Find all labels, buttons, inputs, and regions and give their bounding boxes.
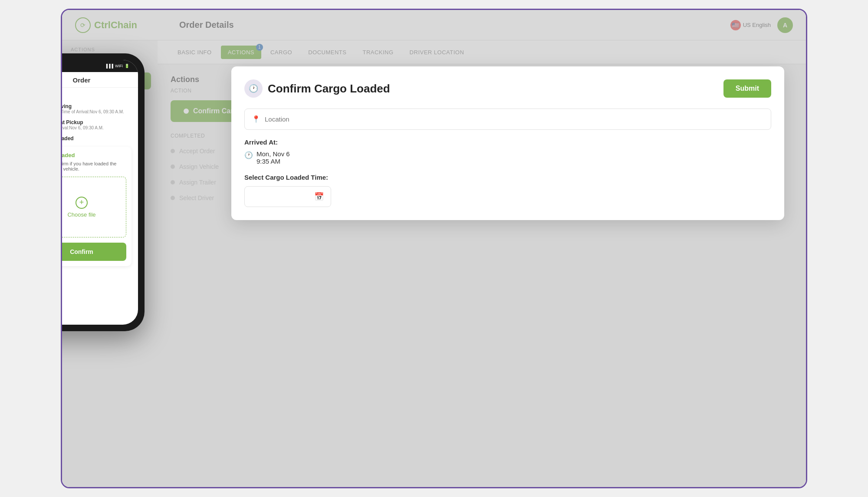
- phone-screen: 9:41 ▐▐▐ WiFi 🔋 ← Order Pick Up: [61, 60, 138, 325]
- arrived-date: Mon, Nov 6: [256, 150, 290, 158]
- timeline-detail-start: Estimated Time of Arrival: Nov 6, 09:30 …: [61, 109, 124, 114]
- timeline-content-start: Start Driving Estimated Time of Arrival:…: [61, 103, 124, 114]
- timeline-content-cargo: Cargo loaded: [61, 135, 74, 142]
- choose-file-label: Choose file: [67, 211, 95, 218]
- modal-clock-icon: 🕐: [244, 79, 263, 98]
- wifi-icon: WiFi: [115, 64, 123, 68]
- timeline-detail-label-start: Estimated Time of Arrival:: [61, 109, 89, 114]
- arrived-clock-icon: 🕐: [244, 151, 253, 159]
- location-input[interactable]: [265, 115, 764, 123]
- arrived-at-label: Arrived At:: [244, 138, 771, 146]
- location-input-wrapper[interactable]: 📍: [244, 109, 771, 130]
- plus-icon: +: [76, 197, 88, 209]
- signal-icon: ▐▐▐: [105, 64, 113, 68]
- arrived-time-text: Mon, Nov 6 9:35 AM: [256, 150, 290, 165]
- modal-box: 🕐 Confirm Cargo Loaded Submit 📍 Arrived …: [231, 66, 784, 220]
- battery-icon: 🔋: [125, 64, 129, 68]
- modal-overlay: 🕐 Confirm Cargo Loaded Submit 📍 Arrived …: [62, 10, 806, 487]
- phone-content: Pick Up Start Driving Estimated Time of …: [61, 88, 138, 311]
- modal-header: 🕐 Confirm Cargo Loaded Submit: [244, 79, 771, 98]
- submit-button[interactable]: Submit: [723, 79, 771, 98]
- timeline-detail-arrived: Time of Arrival: Nov 6, 09:30 A.M.: [61, 125, 104, 130]
- file-upload-area[interactable]: + Choose file: [61, 177, 126, 237]
- phone-screen-title: Order: [73, 76, 91, 84]
- timeline-content-arrived: Arrived at Pickup Time of Arrival: Nov 6…: [61, 119, 104, 130]
- phone-status-icons: ▐▐▐ WiFi 🔋: [105, 64, 129, 68]
- timeline-title-start: Start Driving: [61, 103, 124, 109]
- outer-container: ⟳ CtrlChain Order Details 🇺🇸 US English …: [61, 9, 807, 488]
- phone-mockup: 9:41 ▐▐▐ WiFi 🔋 ← Order Pick Up: [61, 53, 145, 331]
- phone-pickup-label: Pick Up: [61, 93, 132, 99]
- calendar-icon[interactable]: 📅: [314, 192, 324, 201]
- cargo-section-title: Cargo Loaded: [61, 152, 126, 158]
- phone-timeline-arrived-pickup: Arrived at Pickup Time of Arrival: Nov 6…: [61, 119, 132, 130]
- phone-confirm-button[interactable]: Confirm: [61, 243, 126, 261]
- timeline-title-cargo: Cargo loaded: [61, 135, 74, 142]
- modal-title-area: 🕐 Confirm Cargo Loaded: [244, 79, 390, 98]
- cargo-description: Please confirm if you have loaded the ca…: [61, 161, 126, 171]
- cargo-time-input-wrapper[interactable]: 📅: [244, 186, 331, 207]
- timeline-detail-value-arrived: Nov 6, 09:30 A.M.: [69, 125, 104, 130]
- phone-app-header: ← Order: [61, 72, 138, 88]
- timeline-title-arrived: Arrived at Pickup: [61, 119, 104, 125]
- phone-timeline-cargo-loaded: Cargo loaded: [61, 135, 132, 142]
- timeline-detail-label-arrived: Time of Arrival:: [61, 125, 69, 130]
- timeline-detail-value-start: Nov 6, 09:30 A.M.: [89, 109, 124, 114]
- phone-timeline-start-driving: Start Driving Estimated Time of Arrival:…: [61, 103, 132, 114]
- cargo-time-label: Select Cargo Loaded Time:: [244, 174, 771, 181]
- modal-title: Confirm Cargo Loaded: [268, 82, 390, 95]
- location-pin-icon: 📍: [252, 115, 260, 123]
- arrived-time: 9:35 AM: [256, 158, 290, 165]
- arrived-time-row: 🕐 Mon, Nov 6 9:35 AM: [244, 150, 771, 165]
- desktop-background: ⟳ CtrlChain Order Details 🇺🇸 US English …: [62, 10, 806, 487]
- phone-status-bar: 9:41 ▐▐▐ WiFi 🔋: [61, 60, 138, 72]
- cargo-loaded-card: Cargo Loaded Please confirm if you have …: [61, 147, 132, 266]
